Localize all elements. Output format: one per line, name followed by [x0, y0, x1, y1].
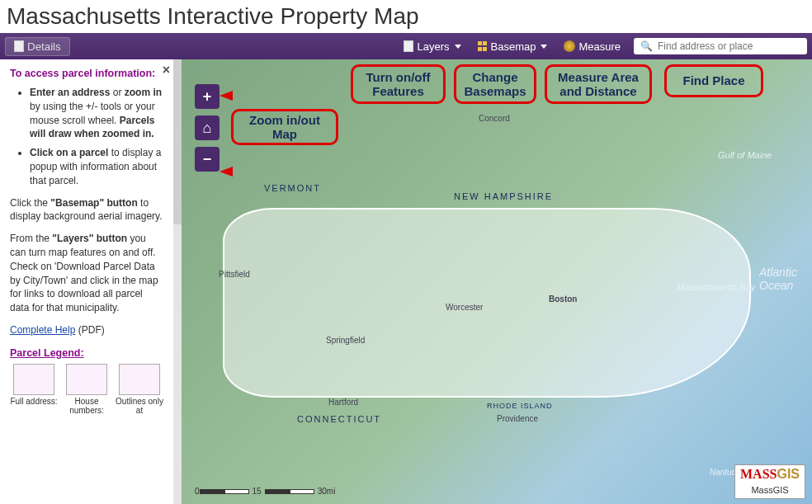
- text: (PDF): [75, 324, 104, 336]
- scale-bar: 0 15 30mi: [195, 487, 335, 496]
- legend-item: Full address:: [10, 364, 58, 415]
- callout-measure: Measure Area and Distance: [545, 64, 652, 104]
- logo-text: GIS: [777, 467, 800, 481]
- city-label: Providence: [497, 414, 538, 423]
- callout-find: Find Place: [664, 64, 763, 97]
- search-icon: 🔍: [640, 40, 653, 52]
- city-label: Springfield: [326, 336, 365, 345]
- details-label: Details: [27, 40, 61, 53]
- bold-text: Enter an address: [30, 87, 110, 98]
- zoom-in-button[interactable]: +: [195, 84, 220, 109]
- scale-tick: 15: [253, 487, 262, 496]
- text: or: [110, 87, 124, 98]
- document-icon: [14, 40, 24, 52]
- layers-label: Layers: [417, 40, 449, 53]
- scale-segment: [265, 489, 290, 494]
- list-item: Enter an address or zoom in by using the…: [30, 86, 163, 141]
- help-link-row: Complete Help (PDF): [10, 323, 163, 337]
- state-label: CONNECTICUT: [297, 414, 381, 424]
- scale-segment: [224, 489, 249, 494]
- city-label: Boston: [549, 294, 577, 304]
- zoom-out-button[interactable]: −: [195, 147, 220, 172]
- layers-help-text: From the "Layers" button you can turn ma…: [10, 232, 163, 315]
- callout-zoom: Zoom in/out Map: [231, 109, 338, 145]
- search-box[interactable]: 🔍: [634, 38, 807, 54]
- state-label: NEW HAMPSHIRE: [454, 191, 553, 201]
- measure-button[interactable]: Measure: [555, 40, 629, 53]
- legend-item: House numbers:: [63, 364, 111, 415]
- toolbar: Details Layers Basemap Measure 🔍: [0, 33, 812, 59]
- list-item: Click on a parcel to display a popup wit…: [30, 146, 163, 187]
- close-icon[interactable]: ×: [163, 63, 170, 78]
- grid-icon: [478, 41, 488, 51]
- massgis-logo: MASSGIS MassGIS: [734, 464, 805, 499]
- legend-swatch-icon: [13, 364, 54, 395]
- legend-swatch-icon: [119, 364, 160, 395]
- city-label: Pittsfield: [219, 270, 250, 279]
- city-label: Concord: [479, 114, 510, 123]
- globe-icon: [564, 40, 575, 52]
- basemap-dropdown[interactable]: Basemap: [470, 40, 556, 53]
- city-label: Worcester: [446, 303, 483, 312]
- legend-item: Outlines only at: [116, 364, 163, 415]
- basemap-label: Basemap: [491, 40, 536, 53]
- legend-label: Outlines only at: [116, 397, 163, 415]
- layers-dropdown[interactable]: Layers: [395, 40, 469, 53]
- logo-subtext: MassGIS: [751, 485, 788, 495]
- callout-basemap: Change Basemaps: [454, 64, 536, 104]
- legend-title: Parcel Legend:: [10, 347, 163, 359]
- legend-label: House numbers:: [69, 397, 104, 415]
- layers-icon: [404, 40, 413, 52]
- state-label: VERMONT: [264, 183, 321, 193]
- logo-text: MASS: [740, 467, 777, 481]
- main-area: × To access parcel information: Enter an…: [0, 59, 812, 504]
- water-label: Gulf of Maine: [718, 150, 772, 160]
- legend-swatch-icon: [66, 364, 107, 395]
- arrow-icon: [220, 91, 233, 101]
- divider-handle[interactable]: [173, 59, 182, 224]
- legend-row: Full address: House numbers: Outlines on…: [10, 364, 163, 415]
- city-label: Hartford: [328, 398, 358, 407]
- arrow-icon: [220, 167, 233, 177]
- sidebar-divider[interactable]: [173, 59, 182, 504]
- sidebar-heading: To access parcel information:: [10, 68, 163, 79]
- sidebar: × To access parcel information: Enter an…: [0, 59, 173, 504]
- scale-segment: [290, 489, 314, 494]
- bold-text: Click on a parcel: [30, 147, 108, 158]
- basemap-help-text: Click the "Basemap" button to display ba…: [10, 196, 163, 224]
- zoom-controls: + ⌂ −: [195, 84, 220, 172]
- bold-text: zoom in: [125, 87, 162, 98]
- state-label: RHODE ISLAND: [487, 402, 553, 410]
- complete-help-link[interactable]: Complete Help: [10, 324, 75, 336]
- chevron-down-icon: [455, 45, 461, 49]
- water-label: Atlantic Ocean: [759, 266, 812, 292]
- map-canvas[interactable]: + ⌂ − Zoom in/out Map Turn on/off Featur…: [182, 59, 812, 504]
- measure-label: Measure: [578, 40, 621, 53]
- scale-tick: 30mi: [318, 487, 336, 496]
- scale-segment: [200, 489, 224, 494]
- chevron-down-icon: [541, 45, 547, 49]
- details-button[interactable]: Details: [5, 37, 70, 56]
- callout-layers: Turn on/off Features: [351, 64, 446, 104]
- legend-label: Full address:: [10, 397, 57, 406]
- page-title: Massachusetts Interactive Property Map: [0, 0, 812, 33]
- instruction-list: Enter an address or zoom in by using the…: [10, 86, 163, 188]
- state-outline: [223, 208, 751, 398]
- search-input[interactable]: [658, 40, 800, 52]
- home-button[interactable]: ⌂: [195, 115, 220, 140]
- water-label: Massachusetts Bay: [677, 282, 755, 292]
